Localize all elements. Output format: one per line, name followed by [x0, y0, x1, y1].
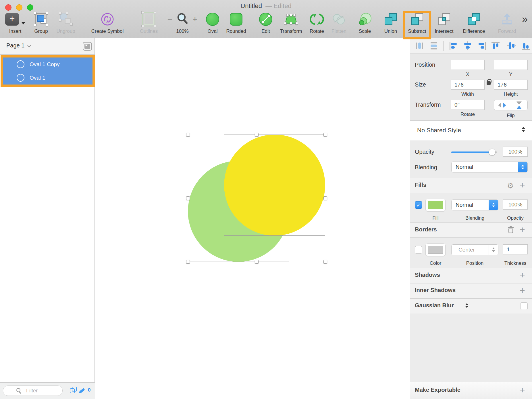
selection-handle-w[interactable]	[186, 196, 190, 200]
add-border-button[interactable]: +	[520, 225, 525, 234]
gaussian-blur-stepper-icon[interactable]	[465, 303, 468, 308]
distribute-horizontally-icon[interactable]	[415, 41, 424, 50]
toolbar-item-create-symbol[interactable]: Create Symbol	[89, 10, 126, 34]
shared-style-value: No Shared Style	[417, 127, 461, 134]
toolbar-item-difference[interactable]: Difference	[455, 10, 493, 34]
selection-handle-nw[interactable]	[186, 133, 190, 137]
geometry-section: Position X Y Size Width Height Transform	[410, 53, 532, 121]
width-input[interactable]	[451, 80, 485, 90]
flip-label: Flip	[507, 113, 514, 118]
fill-opacity-label: Opacity	[507, 215, 524, 221]
selection-handle-ne[interactable]	[323, 133, 327, 137]
align-left-icon[interactable]	[449, 41, 458, 50]
canvas[interactable]	[95, 38, 410, 399]
align-center-horizontal-icon[interactable]	[463, 41, 472, 50]
opacity-input[interactable]	[503, 147, 528, 157]
page-list-toggle[interactable]	[83, 42, 92, 51]
transform-icon	[283, 10, 299, 28]
fills-header: Fills ⚙ +	[410, 178, 532, 193]
position-label: Position	[415, 62, 435, 68]
position-y-input[interactable]	[494, 60, 528, 70]
align-middle-vertical-icon[interactable]	[507, 41, 516, 50]
shared-style-stepper-icon[interactable]	[522, 127, 525, 132]
page-title[interactable]: Page 1	[6, 42, 30, 49]
fill-checkbox[interactable]: ✓	[415, 201, 422, 209]
toolbar-item-ungroup: Ungroup	[47, 10, 84, 34]
align-bottom-icon[interactable]	[521, 41, 530, 50]
oval-layer-icon	[17, 60, 24, 68]
layer-row-oval-1[interactable]: Oval 1	[2, 71, 92, 85]
add-fill-button[interactable]: +	[520, 181, 525, 190]
filter-field[interactable]	[3, 385, 63, 396]
sketch-window: Untitled — Edited + Insert Group Ungr	[0, 0, 532, 399]
add-shadow-button[interactable]: +	[520, 271, 525, 280]
selection-handle-se[interactable]	[323, 260, 327, 264]
filter-input[interactable]	[3, 386, 62, 396]
zoom-out-icon[interactable]: −	[167, 15, 172, 24]
add-inner-shadow-button[interactable]: +	[520, 286, 525, 295]
pencil-badge-count: 0	[88, 387, 90, 393]
flip-control[interactable]	[494, 100, 528, 110]
opacity-slider[interactable]	[451, 151, 497, 153]
add-export-button[interactable]: +	[520, 385, 525, 395]
border-checkbox[interactable]	[415, 246, 422, 254]
fill-color-swatch	[428, 201, 443, 209]
border-color-well[interactable]	[425, 243, 446, 256]
create-symbol-icon	[100, 10, 115, 28]
make-exportable-header[interactable]: Make Exportable +	[410, 382, 532, 399]
inner-shadows-header: Inner Shadows +	[410, 283, 532, 299]
yellow-oval-bbox	[224, 135, 325, 236]
selection-handle-n[interactable]	[255, 133, 259, 137]
border-thickness-label: Thickness	[504, 260, 527, 266]
gear-icon[interactable]: ⚙	[507, 181, 514, 190]
selection-handle-sw[interactable]	[186, 260, 190, 264]
layer-list-sidebar: Page 1 Oval 1 Copy Oval 1 0	[0, 38, 95, 399]
gaussian-blur-checkbox[interactable]	[520, 302, 528, 310]
lock-icon[interactable]	[487, 81, 491, 85]
flip-vertical-button[interactable]	[511, 100, 528, 110]
border-color-label: Color	[430, 260, 442, 266]
selection-handle-s[interactable]	[255, 260, 259, 264]
opacity-slider-thumb[interactable]	[489, 149, 496, 156]
triangle-down-icon	[85, 45, 88, 46]
gaussian-blur-header: Gaussian Blur	[410, 299, 532, 314]
size-label: Size	[415, 81, 426, 88]
border-position-dropdown[interactable]: Center	[451, 244, 498, 255]
blending-dropdown[interactable]: Normal	[451, 162, 528, 172]
align-top-icon[interactable]	[491, 41, 500, 50]
selection-handle-e[interactable]	[323, 196, 327, 200]
pencil-icon[interactable]	[79, 387, 88, 394]
border-color-swatch	[428, 246, 443, 254]
y-label: Y	[509, 72, 512, 77]
sidebar-footer: 0	[0, 382, 95, 399]
zoom-level: 100%	[176, 28, 188, 34]
rotate-input[interactable]	[451, 100, 485, 110]
align-right-icon[interactable]	[478, 41, 486, 50]
symbols-icon[interactable]	[70, 387, 77, 394]
trash-icon[interactable]	[508, 227, 514, 233]
shadows-header: Shadows +	[410, 268, 532, 283]
shared-style-selector[interactable]: No Shared Style	[410, 121, 532, 141]
page-header: Page 1	[0, 38, 95, 55]
rounded-icon	[230, 13, 242, 26]
toolbar-overflow-chevron[interactable]: »	[506, 13, 532, 25]
position-x-input[interactable]	[451, 60, 485, 70]
insert-plus-icon: +	[5, 13, 19, 26]
window-title: Untitled — Edited	[0, 2, 532, 10]
x-label: X	[466, 72, 469, 77]
chevron-down-icon	[28, 44, 31, 47]
inspector-panel: Position X Y Size Width Height Transform	[410, 38, 532, 399]
layer-row-oval-1-copy[interactable]: Oval 1 Copy	[2, 57, 92, 71]
blending-label: Blending	[415, 164, 437, 171]
distribute-vertically-icon[interactable]	[429, 41, 438, 50]
style-section: Opacity Blending Normal	[410, 141, 532, 178]
height-input[interactable]	[494, 80, 528, 90]
stepper-icon	[489, 200, 498, 210]
toolbar-item-outlines: Outlines	[130, 10, 167, 34]
fill-color-well[interactable]	[425, 199, 446, 211]
magnifier-icon[interactable]	[176, 12, 189, 26]
fill-opacity-input[interactable]	[503, 200, 528, 210]
fill-blending-dropdown[interactable]: Normal	[451, 200, 498, 210]
border-thickness-input[interactable]	[503, 244, 528, 254]
flip-horizontal-button[interactable]	[494, 100, 511, 110]
